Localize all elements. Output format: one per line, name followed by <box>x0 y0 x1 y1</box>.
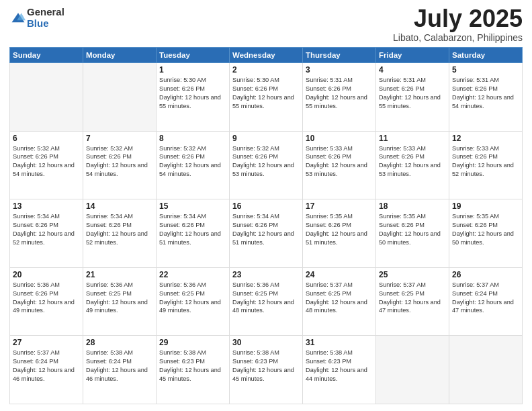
day-number: 11 <box>379 134 446 143</box>
calendar-day-cell: 31Sunrise: 5:38 AM Sunset: 6:23 PM Dayli… <box>303 336 376 404</box>
day-info: Sunrise: 5:35 AM Sunset: 6:26 PM Dayligh… <box>306 212 373 247</box>
calendar-day-header: Sunday <box>10 48 83 63</box>
calendar-day-cell: 28Sunrise: 5:38 AM Sunset: 6:24 PM Dayli… <box>83 336 157 404</box>
calendar-day-cell: 11Sunrise: 5:33 AM Sunset: 6:26 PM Dayli… <box>376 131 449 199</box>
calendar-day-cell: 7Sunrise: 5:32 AM Sunset: 6:26 PM Daylig… <box>83 131 157 199</box>
calendar-day-cell: 17Sunrise: 5:35 AM Sunset: 6:26 PM Dayli… <box>303 199 376 268</box>
day-number: 24 <box>306 270 373 279</box>
day-number: 25 <box>379 270 446 279</box>
day-info: Sunrise: 5:31 AM Sunset: 6:26 PM Dayligh… <box>306 76 373 111</box>
calendar-day-cell: 13Sunrise: 5:34 AM Sunset: 6:26 PM Dayli… <box>10 199 83 268</box>
day-number: 12 <box>452 134 519 143</box>
day-info: Sunrise: 5:36 AM Sunset: 6:26 PM Dayligh… <box>13 281 80 316</box>
day-number: 10 <box>306 134 373 143</box>
calendar-day-cell: 6Sunrise: 5:32 AM Sunset: 6:26 PM Daylig… <box>10 131 83 199</box>
page: General Blue July 2025 Libato, Calabarzo… <box>0 0 532 411</box>
calendar-day-cell: 8Sunrise: 5:32 AM Sunset: 6:26 PM Daylig… <box>157 131 230 199</box>
day-number: 18 <box>379 201 446 211</box>
day-number: 3 <box>306 65 373 75</box>
logo-text: General Blue <box>27 7 64 29</box>
day-info: Sunrise: 5:33 AM Sunset: 6:26 PM Dayligh… <box>306 144 373 179</box>
day-number: 30 <box>232 338 300 347</box>
day-info: Sunrise: 5:34 AM Sunset: 6:26 PM Dayligh… <box>159 212 226 247</box>
calendar-day-cell: 5Sunrise: 5:31 AM Sunset: 6:26 PM Daylig… <box>449 63 523 132</box>
calendar-header-row: SundayMondayTuesdayWednesdayThursdayFrid… <box>10 48 523 63</box>
day-info: Sunrise: 5:37 AM Sunset: 6:24 PM Dayligh… <box>452 281 519 316</box>
location: Libato, Calabarzon, Philippines <box>393 32 523 43</box>
day-number: 29 <box>159 338 226 347</box>
day-number: 5 <box>452 65 519 75</box>
day-info: Sunrise: 5:32 AM Sunset: 6:26 PM Dayligh… <box>86 144 153 179</box>
calendar-week-row: 1Sunrise: 5:30 AM Sunset: 6:26 PM Daylig… <box>10 63 523 132</box>
day-info: Sunrise: 5:36 AM Sunset: 6:25 PM Dayligh… <box>86 281 153 316</box>
calendar-day-cell: 22Sunrise: 5:36 AM Sunset: 6:25 PM Dayli… <box>157 267 230 336</box>
day-info: Sunrise: 5:32 AM Sunset: 6:26 PM Dayligh… <box>159 144 226 179</box>
day-info: Sunrise: 5:31 AM Sunset: 6:26 PM Dayligh… <box>452 76 519 111</box>
calendar-day-cell: 9Sunrise: 5:32 AM Sunset: 6:26 PM Daylig… <box>230 131 303 199</box>
day-number: 22 <box>159 270 226 279</box>
day-number: 13 <box>13 201 80 211</box>
day-number: 27 <box>13 338 80 347</box>
calendar-day-cell <box>83 63 157 132</box>
day-number: 9 <box>232 134 300 143</box>
calendar-week-row: 6Sunrise: 5:32 AM Sunset: 6:26 PM Daylig… <box>10 131 523 199</box>
calendar-day-header: Wednesday <box>230 48 303 63</box>
calendar-day-cell: 10Sunrise: 5:33 AM Sunset: 6:26 PM Dayli… <box>303 131 376 199</box>
header: General Blue July 2025 Libato, Calabarzo… <box>9 7 523 43</box>
calendar-day-header: Thursday <box>303 48 376 63</box>
calendar-day-cell: 3Sunrise: 5:31 AM Sunset: 6:26 PM Daylig… <box>303 63 376 132</box>
calendar-day-cell <box>376 336 449 404</box>
day-info: Sunrise: 5:33 AM Sunset: 6:26 PM Dayligh… <box>379 144 446 179</box>
calendar-day-cell: 12Sunrise: 5:33 AM Sunset: 6:26 PM Dayli… <box>449 131 523 199</box>
calendar-day-header: Friday <box>376 48 449 63</box>
calendar-day-cell <box>10 63 83 132</box>
calendar-day-cell: 19Sunrise: 5:35 AM Sunset: 6:26 PM Dayli… <box>449 199 523 268</box>
logo-general: General <box>27 7 64 18</box>
calendar-day-cell: 4Sunrise: 5:31 AM Sunset: 6:26 PM Daylig… <box>376 63 449 132</box>
day-info: Sunrise: 5:37 AM Sunset: 6:24 PM Dayligh… <box>13 349 80 383</box>
calendar-day-cell: 18Sunrise: 5:35 AM Sunset: 6:26 PM Dayli… <box>376 199 449 268</box>
day-info: Sunrise: 5:34 AM Sunset: 6:26 PM Dayligh… <box>86 212 153 247</box>
day-number: 20 <box>13 270 80 279</box>
calendar-week-row: 20Sunrise: 5:36 AM Sunset: 6:26 PM Dayli… <box>10 267 523 336</box>
day-info: Sunrise: 5:35 AM Sunset: 6:26 PM Dayligh… <box>452 212 519 247</box>
calendar-day-cell: 16Sunrise: 5:34 AM Sunset: 6:26 PM Dayli… <box>230 199 303 268</box>
calendar-day-cell: 26Sunrise: 5:37 AM Sunset: 6:24 PM Dayli… <box>449 267 523 336</box>
calendar-day-cell: 27Sunrise: 5:37 AM Sunset: 6:24 PM Dayli… <box>10 336 83 404</box>
day-info: Sunrise: 5:34 AM Sunset: 6:26 PM Dayligh… <box>232 212 300 247</box>
calendar-day-cell: 21Sunrise: 5:36 AM Sunset: 6:25 PM Dayli… <box>83 267 157 336</box>
day-info: Sunrise: 5:34 AM Sunset: 6:26 PM Dayligh… <box>13 212 80 247</box>
day-number: 17 <box>306 201 373 211</box>
day-info: Sunrise: 5:32 AM Sunset: 6:26 PM Dayligh… <box>13 144 80 179</box>
day-number: 2 <box>232 65 300 75</box>
header-right: July 2025 Libato, Calabarzon, Philippine… <box>393 7 523 43</box>
day-info: Sunrise: 5:38 AM Sunset: 6:24 PM Dayligh… <box>86 349 153 383</box>
month-title: July 2025 <box>393 7 523 31</box>
calendar-day-header: Saturday <box>449 48 523 63</box>
day-number: 4 <box>379 65 446 75</box>
logo: General Blue <box>9 7 64 29</box>
day-info: Sunrise: 5:31 AM Sunset: 6:26 PM Dayligh… <box>379 76 446 111</box>
calendar-day-cell: 23Sunrise: 5:36 AM Sunset: 6:25 PM Dayli… <box>230 267 303 336</box>
day-number: 1 <box>159 65 226 75</box>
day-info: Sunrise: 5:38 AM Sunset: 6:23 PM Dayligh… <box>306 349 373 383</box>
calendar-day-header: Tuesday <box>157 48 230 63</box>
calendar-day-cell: 20Sunrise: 5:36 AM Sunset: 6:26 PM Dayli… <box>10 267 83 336</box>
calendar-week-row: 13Sunrise: 5:34 AM Sunset: 6:26 PM Dayli… <box>10 199 523 268</box>
day-number: 21 <box>86 270 153 279</box>
day-number: 7 <box>86 134 153 143</box>
logo-icon <box>11 11 26 26</box>
calendar-day-cell: 30Sunrise: 5:38 AM Sunset: 6:23 PM Dayli… <box>230 336 303 404</box>
calendar-day-cell: 29Sunrise: 5:38 AM Sunset: 6:23 PM Dayli… <box>157 336 230 404</box>
day-info: Sunrise: 5:36 AM Sunset: 6:25 PM Dayligh… <box>232 281 300 316</box>
day-info: Sunrise: 5:33 AM Sunset: 6:26 PM Dayligh… <box>452 144 519 179</box>
calendar-week-row: 27Sunrise: 5:37 AM Sunset: 6:24 PM Dayli… <box>10 336 523 404</box>
calendar-day-cell: 14Sunrise: 5:34 AM Sunset: 6:26 PM Dayli… <box>83 199 157 268</box>
calendar-day-cell: 2Sunrise: 5:30 AM Sunset: 6:26 PM Daylig… <box>230 63 303 132</box>
day-number: 15 <box>159 201 226 211</box>
logo-blue: Blue <box>27 18 64 30</box>
calendar-day-cell: 1Sunrise: 5:30 AM Sunset: 6:26 PM Daylig… <box>157 63 230 132</box>
day-number: 31 <box>306 338 373 347</box>
day-number: 19 <box>452 201 519 211</box>
day-number: 8 <box>159 134 226 143</box>
